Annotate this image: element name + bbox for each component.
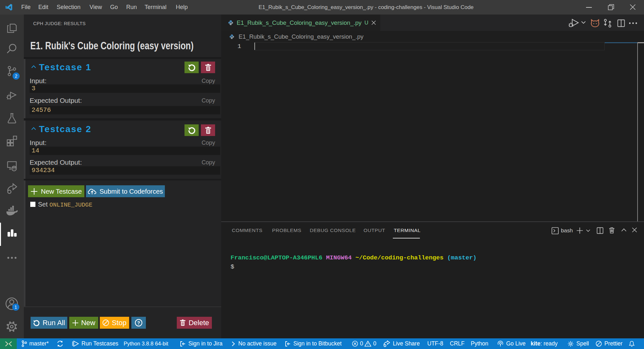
svg-text:?: ? [137,320,140,325]
